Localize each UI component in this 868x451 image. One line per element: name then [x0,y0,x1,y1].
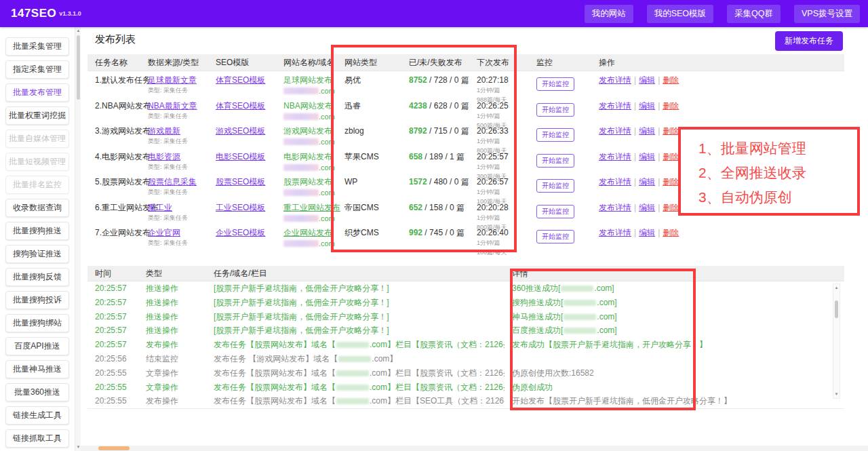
source-type-label: 类型: 采集任务 [148,239,207,247]
seo-template-link[interactable]: 体育SEO模板 [216,101,265,111]
seo-template-link[interactable]: 企业SEO模板 [216,228,265,237]
task-site-cell: 企业网站发布 .com [276,223,337,256]
sidebar-item[interactable]: 批量自媒体管理 [5,130,69,148]
edit-link[interactable]: 编辑 [639,177,655,187]
seo-template-link[interactable]: 游戏SEO模板 [216,126,265,136]
delete-link[interactable]: 删除 [663,75,679,85]
seo-template-link[interactable]: 体育SEO模板 [216,75,265,85]
tasks-table-body: 1.默认发布任务 足球最新文章 类型: 采集任务 体育SEO模板 足球网站发布 … [87,71,844,249]
sidebar-scrollbar-thumb[interactable] [77,35,80,100]
separator: | [634,75,636,85]
start-monitor-button[interactable]: 开始监控 [536,77,574,91]
edit-link[interactable]: 编辑 [639,228,655,237]
log-task-cell: [股票开户新手避坑指南，低佣金开户攻略分享！] [206,295,505,309]
seo-template-link[interactable]: 工业SEO模板 [216,203,265,212]
sidebar-item[interactable]: 链接抓取工具 [5,429,69,448]
new-task-button[interactable]: 新增发布任务 [775,31,843,51]
start-monitor-button[interactable]: 开始监控 [536,205,574,218]
sidebar-scrollbar[interactable]: ▲ ▼ [75,27,81,451]
task-row: 3.游戏网站发布 游戏最新 类型: 采集任务 游戏SEO模板 游戏网站发布 .c… [87,121,844,147]
log-scrollbar[interactable]: ▲ ▼ [833,283,840,399]
sidebar-item[interactable]: 批量搜狗反馈 [5,268,69,286]
horizontal-scrollbar-thumb[interactable] [98,446,130,450]
header-nav-button[interactable]: 我的SEO模版 [647,5,713,23]
source-type-label: 类型: 采集任务 [148,163,207,171]
source-link[interactable]: 企业官网 [148,228,180,237]
site-link[interactable]: 足球网站发布 [283,75,332,85]
header-nav-button[interactable]: VPS拨号设置 [794,5,860,23]
sidebar-item[interactable]: 批量权重词挖掘 [5,106,69,125]
sidebar-item[interactable]: 批量搜狗绑站 [5,314,69,332]
site-link[interactable]: 游戏网站发布 [283,126,332,136]
sidebar-item[interactable]: 百度API推送 [5,337,69,355]
start-monitor-button[interactable]: 开始监控 [536,128,574,142]
publish-detail-link[interactable]: 发布详情 [599,228,631,237]
edit-link[interactable]: 编辑 [639,126,655,136]
sidebar-item[interactable]: 链接生成工具 [5,406,69,425]
log-task-cell: [股票开户新手避坑指南，低佣金开户攻略分享！] [206,309,505,323]
sidebar-item[interactable]: 批量发布管理 [5,83,69,102]
start-monitor-button[interactable]: 开始监控 [536,154,574,168]
publish-detail-link[interactable]: 发布详情 [599,126,631,136]
edit-link[interactable]: 编辑 [639,75,655,85]
log-scrollbar-thumb[interactable] [835,300,838,318]
source-link[interactable]: 游戏最新 [148,126,180,136]
site-link[interactable]: NBA网站发布 [283,101,333,111]
sidebar-item[interactable]: 批量神马推送 [5,360,69,378]
horizontal-scrollbar[interactable] [81,446,868,451]
task-row: 1.默认发布任务 足球最新文章 类型: 采集任务 体育SEO模板 足球网站发布 … [87,71,844,96]
task-row: 6.重工业网站发布 重工业 类型: 采集任务 工业SEO模板 重工业网站发布 .… [87,198,844,224]
start-monitor-button[interactable]: 开始监控 [536,103,574,117]
source-link[interactable]: 足球最新文章 [148,75,197,85]
sidebar-item[interactable]: 收录数据查询 [5,199,69,217]
sidebar-item[interactable]: 搜狗验证推送 [5,245,69,263]
sidebar-item[interactable]: 批量搜狗投诉 [5,291,69,309]
site-link[interactable]: 重工业网站发布 [283,203,340,212]
publish-detail-link[interactable]: 发布详情 [599,75,631,85]
seo-template-link[interactable]: 电影SEO模板 [216,152,265,161]
delete-link[interactable]: 删除 [663,228,679,237]
header-nav-button[interactable]: 我的网站 [585,5,633,23]
scroll-up-icon[interactable]: ▲ [833,285,840,291]
source-link[interactable]: 电影资源 [148,152,180,161]
delete-link[interactable]: 删除 [663,126,679,136]
delete-link[interactable]: 删除 [663,101,679,111]
separator: | [658,152,660,161]
delete-link[interactable]: 删除 [663,152,679,161]
log-detail-cell: 伪原创成功 [505,380,844,394]
source-link[interactable]: 股票信息采集 [148,177,197,187]
source-link[interactable]: NBA最新文章 [148,101,197,111]
publish-detail-link[interactable]: 发布详情 [599,101,631,111]
published-count: 4238 [409,101,427,111]
seo-template-link[interactable]: 股票SEO模板 [216,177,265,187]
sidebar-item[interactable]: 批量360推送 [5,383,69,401]
sidebar: 批量采集管理 指定采集管理 批量发布管理 批量权重词挖掘 批量自媒体管理 批量短… [0,27,75,451]
sidebar-item[interactable]: 批量搜狗推送 [5,222,69,240]
brand-logo: 147SEO [11,7,56,20]
published-count: 8752 [409,75,427,85]
separator: | [658,177,660,187]
publish-rate: 1分钟/篇 [477,86,528,94]
sidebar-item[interactable]: 指定采集管理 [5,60,69,79]
publish-detail-link[interactable]: 发布详情 [599,203,631,212]
delete-link[interactable]: 删除 [663,203,679,212]
delete-link[interactable]: 删除 [663,177,679,187]
sidebar-item[interactable]: 批量排名监控 [5,176,69,194]
site-link[interactable]: 电影网站发布 [283,152,332,161]
task-next-cell: 20:26:40 1分钟/篇 100篇/每天 [469,223,529,256]
sidebar-item[interactable]: 批量采集管理 [5,37,69,56]
start-monitor-button[interactable]: 开始监控 [536,179,574,193]
site-link[interactable]: 股票网站发布 [283,177,332,187]
publish-detail-link[interactable]: 发布详情 [599,177,631,187]
edit-link[interactable]: 编辑 [639,152,655,161]
sidebar-item[interactable]: 批量短视频管理 [5,153,69,171]
start-monitor-button[interactable]: 开始监控 [536,230,574,243]
edit-link[interactable]: 编辑 [639,203,655,212]
site-link[interactable]: 企业网站发布 [283,228,332,237]
log-row: 20:25:57 推送操作 [股票开户新手避坑指南，低佣金开户攻略分享！] 神马… [87,309,844,323]
header-nav-button[interactable]: 采集QQ群 [727,5,781,23]
edit-link[interactable]: 编辑 [639,101,655,111]
source-link[interactable]: 重工业 [148,203,172,212]
scroll-down-icon[interactable]: ▼ [833,391,840,397]
publish-detail-link[interactable]: 发布详情 [599,152,631,161]
